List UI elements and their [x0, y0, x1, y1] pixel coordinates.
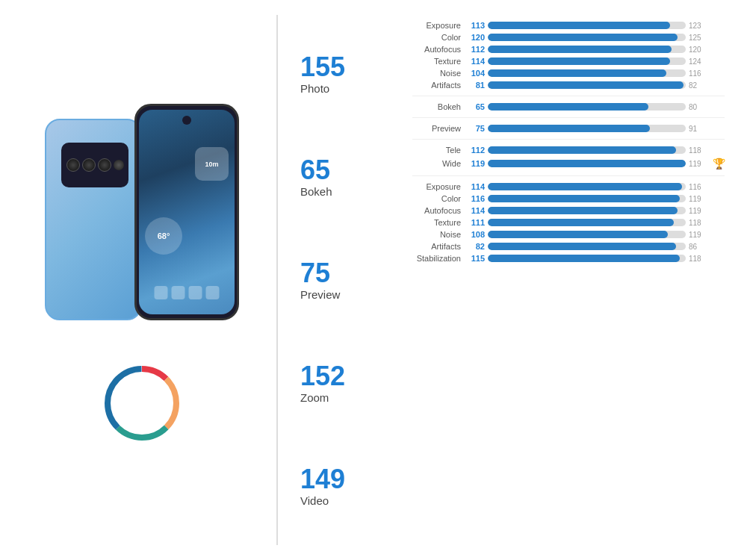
bar-score: 116 [464, 194, 485, 203]
bar-score: 108 [464, 230, 485, 239]
bar-score: 81 [464, 81, 485, 90]
phone-notch [182, 116, 191, 125]
dxomark-badge [101, 362, 183, 450]
lens-2 [82, 158, 96, 172]
bar-section-video: Exposure 114 116 Color 116 119 Autofocus… [412, 176, 725, 269]
phone-front: 10m 68° [134, 104, 239, 320]
score-number-video: 149 [300, 466, 405, 493]
bar-fill [488, 81, 684, 89]
bar-track [488, 46, 686, 53]
bar-max: 119 [689, 207, 710, 215]
bar-track [488, 125, 686, 132]
bar-max: 119 [689, 195, 710, 203]
bar-fill [488, 57, 670, 65]
bar-track [488, 81, 686, 89]
bar-name: Artifacts [412, 242, 461, 251]
bar-row: Artifacts 82 86 [412, 242, 725, 251]
bar-track [488, 160, 686, 167]
bar-track [488, 195, 686, 202]
bar-score: 82 [464, 242, 485, 251]
badge-ring [101, 362, 183, 444]
bar-track [488, 207, 686, 214]
bar-fill [488, 219, 674, 226]
lens-3 [98, 158, 111, 172]
bar-score: 112 [464, 45, 485, 54]
bar-name: Stabilization [412, 254, 461, 263]
bar-name: Autofocus [412, 45, 461, 54]
screen-widget-weather: 68° [145, 217, 182, 255]
bar-max: 120 [689, 46, 710, 54]
bar-name: Exposure [412, 21, 461, 30]
bar-row: Exposure 113 123 [412, 21, 725, 30]
camera-module [61, 143, 128, 187]
score-number-bokeh: 65 [300, 157, 405, 184]
bar-fill [488, 146, 676, 154]
bar-score: 111 [464, 218, 485, 227]
bar-track [488, 34, 686, 41]
bar-track [488, 22, 686, 29]
bar-fill [488, 243, 676, 250]
bar-max: 116 [689, 183, 710, 191]
score-number-zoom: 152 [300, 363, 405, 390]
dock-icon-1 [155, 286, 168, 299]
score-block-video: 149 Video [300, 466, 405, 507]
screen-dock [155, 286, 220, 299]
score-label-video: Video [300, 494, 405, 507]
bar-fill [488, 207, 678, 214]
bar-row: Preview 75 91 [412, 124, 725, 133]
phone-screen: 10m 68° [139, 110, 235, 314]
bar-row: Wide 119 119 🏆 [412, 158, 725, 169]
bar-row: Tele 112 118 [412, 146, 725, 155]
bar-row: Artifacts 81 82 [412, 81, 725, 90]
lens-4 [114, 160, 124, 170]
bar-max: 82 [689, 81, 710, 90]
bar-max: 119 [689, 231, 710, 239]
bar-score: 120 [464, 33, 485, 42]
bar-name: Wide [412, 159, 461, 168]
bar-name: Texture [412, 57, 461, 66]
bar-max: 118 [689, 219, 710, 227]
bar-name: Color [412, 194, 461, 203]
bar-track [488, 103, 686, 111]
bar-track [488, 146, 686, 154]
bar-max: 86 [689, 243, 710, 251]
bar-name: Exposure [412, 182, 461, 191]
bar-row: Texture 111 118 [412, 218, 725, 227]
score-number-preview: 75 [300, 260, 405, 287]
bar-section-bokeh: Bokeh 65 80 [412, 96, 725, 118]
bar-name: Artifacts [412, 81, 461, 90]
bar-max: 116 [689, 69, 710, 78]
bar-name: Texture [412, 218, 461, 227]
bar-max: 118 [689, 255, 710, 263]
phone-back [45, 119, 142, 320]
bar-track [488, 243, 686, 250]
bar-fill [488, 183, 682, 190]
dock-icon-2 [172, 286, 185, 299]
bar-max: 124 [689, 57, 710, 66]
bar-score: 115 [464, 254, 485, 263]
bar-track [488, 69, 686, 77]
dock-icon-4 [206, 286, 220, 299]
score-label-zoom: Zoom [300, 391, 405, 404]
bar-row: Noise 108 119 [412, 230, 725, 239]
scores-column: 155 Photo 65 Bokeh 75 Preview 152 Zoom 1… [285, 15, 405, 545]
bar-max: 91 [689, 125, 710, 133]
bar-score: 112 [464, 146, 485, 155]
bar-fill [488, 125, 650, 132]
bar-score: 65 [464, 102, 485, 111]
bar-score: 119 [464, 159, 485, 168]
bar-score: 114 [464, 182, 485, 191]
bar-score: 114 [464, 57, 485, 66]
bar-fill [488, 46, 672, 53]
score-label-bokeh: Bokeh [300, 185, 405, 198]
score-block-zoom: 152 Zoom [300, 363, 405, 404]
bar-max: 119 [689, 160, 710, 168]
trophy-icon: 🏆 [713, 158, 725, 169]
bar-name: Color [412, 33, 461, 42]
bar-name: Noise [412, 230, 461, 239]
bar-track [488, 219, 686, 226]
bar-score: 113 [464, 21, 485, 30]
bar-name: Preview [412, 124, 461, 133]
bar-section-zoom: Tele 112 118 Wide 119 119 🏆 [412, 140, 725, 176]
bar-section-preview: Preview 75 91 [412, 118, 725, 140]
